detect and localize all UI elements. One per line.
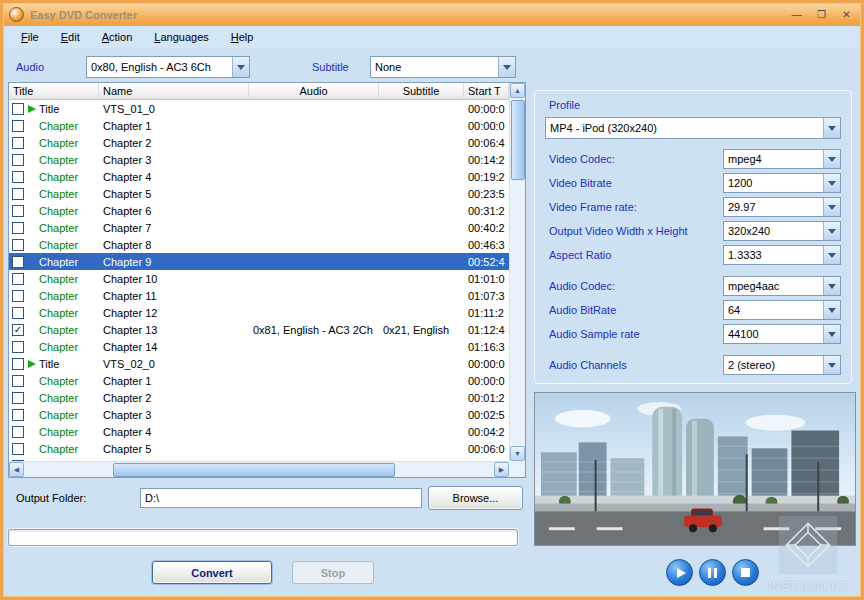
subtitle-combo[interactable]: None	[370, 56, 516, 78]
field-combo-output-video-width-x-height[interactable]: 320x240	[723, 221, 841, 241]
menu-item-file[interactable]: File	[11, 28, 49, 46]
dropdown-arrow-icon[interactable]	[823, 277, 840, 295]
close-icon[interactable]: ✕	[838, 7, 855, 22]
column-header-start-t[interactable]: Start T	[464, 83, 509, 99]
play-icon	[677, 568, 686, 578]
audio-combo[interactable]: 0x80, English - AC3 6Ch	[86, 56, 250, 78]
horizontal-scroll-thumb[interactable]	[113, 463, 395, 477]
field-combo-audio-codec[interactable]: mpeg4aac	[723, 276, 841, 296]
menu-item-languages[interactable]: Languages	[144, 28, 218, 46]
row-checkbox[interactable]	[12, 137, 24, 149]
row-checkbox[interactable]	[12, 171, 24, 183]
column-header-subtitle[interactable]: Subtitle	[379, 83, 464, 99]
play-button[interactable]	[666, 559, 693, 586]
row-checkbox[interactable]	[12, 358, 24, 370]
table-row[interactable]: ChapterChapter 400:19:2	[9, 168, 509, 185]
field-combo-video-codec[interactable]: mpeg4	[723, 149, 841, 169]
table-row[interactable]: ChapterChapter 1101:07:3	[9, 287, 509, 304]
scroll-down-icon[interactable]: ▼	[510, 446, 525, 461]
table-row[interactable]: ChapterChapter 100:00:0	[9, 117, 509, 134]
row-checkbox[interactable]	[12, 290, 24, 302]
table-row[interactable]: ChapterChapter 800:46:3	[9, 236, 509, 253]
menu-item-help[interactable]: Help	[221, 28, 264, 46]
row-checkbox[interactable]	[12, 392, 24, 404]
dropdown-arrow-icon[interactable]	[823, 118, 840, 138]
row-audio	[249, 253, 379, 270]
dropdown-arrow-icon[interactable]	[823, 198, 840, 216]
table-row[interactable]: ChapterChapter 300:02:5	[9, 406, 509, 423]
horizontal-scrollbar[interactable]: ◀ ▶	[9, 461, 509, 477]
field-combo-audio-bitrate-value: 64	[728, 304, 823, 316]
vertical-scrollbar[interactable]: ▲ ▼	[509, 83, 525, 461]
vertical-scroll-thumb[interactable]	[511, 100, 525, 180]
table-row[interactable]: ChapterChapter 700:40:2	[9, 219, 509, 236]
stop-button[interactable]: Stop	[292, 561, 374, 584]
menu-item-edit[interactable]: Edit	[51, 28, 90, 46]
dropdown-arrow-icon[interactable]	[823, 150, 840, 168]
table-row[interactable]: ChapterChapter 200:06:4	[9, 134, 509, 151]
scroll-right-icon[interactable]: ▶	[494, 462, 509, 477]
column-header-audio[interactable]: Audio	[249, 83, 379, 99]
row-checkbox[interactable]	[12, 154, 24, 166]
table-row[interactable]: ChapterChapter 1401:16:3	[9, 338, 509, 355]
field-combo-aspect-ratio[interactable]: 1.3333	[723, 245, 841, 265]
pause-button[interactable]	[699, 559, 726, 586]
row-checkbox[interactable]: ✓	[12, 324, 24, 336]
field-combo-audio-sample-rate[interactable]: 44100	[723, 324, 841, 344]
dropdown-arrow-icon[interactable]	[823, 174, 840, 192]
row-checkbox[interactable]	[12, 188, 24, 200]
row-checkbox[interactable]	[12, 256, 24, 268]
maximize-icon[interactable]: ❐	[813, 7, 830, 22]
field-combo-video-bitrate[interactable]: 1200	[723, 173, 841, 193]
table-row[interactable]: ChapterChapter 600:31:2	[9, 202, 509, 219]
row-checkbox[interactable]	[12, 307, 24, 319]
dropdown-arrow-icon[interactable]	[823, 246, 840, 264]
row-checkbox[interactable]	[12, 103, 24, 115]
profile-combo[interactable]: MP4 - iPod (320x240)	[545, 117, 841, 139]
field-combo-video-frame-rate[interactable]: 29.97	[723, 197, 841, 217]
column-header-title[interactable]: Title	[9, 83, 99, 99]
dropdown-arrow-icon[interactable]	[232, 57, 249, 77]
subtitle-label: Subtitle	[312, 61, 349, 73]
row-checkbox[interactable]	[12, 273, 24, 285]
table-row[interactable]: ChapterChapter 500:23:5	[9, 185, 509, 202]
scroll-left-icon[interactable]: ◀	[9, 462, 24, 477]
table-row[interactable]: ChapterChapter 500:06:0	[9, 440, 509, 457]
row-checkbox[interactable]	[12, 426, 24, 438]
stop-playback-button[interactable]	[732, 559, 759, 586]
table-row[interactable]: ChapterChapter 900:52:4	[9, 253, 509, 270]
menu-item-action[interactable]: Action	[92, 28, 143, 46]
dropdown-arrow-icon[interactable]	[498, 57, 515, 77]
dropdown-arrow-icon[interactable]	[823, 356, 840, 374]
row-checkbox[interactable]	[12, 443, 24, 455]
table-row[interactable]: ChapterChapter 1001:01:0	[9, 270, 509, 287]
table-row[interactable]: ✓ChapterChapter 130x81, English - AC3 2C…	[9, 321, 509, 338]
row-checkbox[interactable]	[12, 375, 24, 387]
browse-button[interactable]: Browse...	[428, 486, 523, 510]
field-combo-audio-bitrate[interactable]: 64	[723, 300, 841, 320]
row-checkbox[interactable]	[12, 409, 24, 421]
row-checkbox[interactable]	[12, 222, 24, 234]
scroll-up-icon[interactable]: ▲	[510, 83, 525, 98]
dropdown-arrow-icon[interactable]	[823, 325, 840, 343]
row-subtitle	[379, 219, 464, 236]
output-folder-input[interactable]	[140, 488, 422, 508]
convert-button[interactable]: Convert	[152, 561, 272, 584]
row-checkbox[interactable]	[12, 239, 24, 251]
field-combo-audio-sample-rate-value: 44100	[728, 328, 823, 340]
dropdown-arrow-icon[interactable]	[823, 301, 840, 319]
field-combo-audio-channels[interactable]: 2 (stereo)	[723, 355, 841, 375]
minimize-icon[interactable]: —	[788, 7, 805, 22]
table-row[interactable]: TitleVTS_02_000:00:0	[9, 355, 509, 372]
row-checkbox[interactable]	[12, 205, 24, 217]
row-checkbox[interactable]	[12, 120, 24, 132]
table-row[interactable]: TitleVTS_01_000:00:0	[9, 100, 509, 117]
row-checkbox[interactable]	[12, 341, 24, 353]
table-row[interactable]: ChapterChapter 300:14:2	[9, 151, 509, 168]
table-row[interactable]: ChapterChapter 400:04:2	[9, 423, 509, 440]
dropdown-arrow-icon[interactable]	[823, 222, 840, 240]
column-header-name[interactable]: Name	[99, 83, 249, 99]
table-row[interactable]: ChapterChapter 100:00:0	[9, 372, 509, 389]
table-row[interactable]: ChapterChapter 1201:11:2	[9, 304, 509, 321]
table-row[interactable]: ChapterChapter 200:01:2	[9, 389, 509, 406]
